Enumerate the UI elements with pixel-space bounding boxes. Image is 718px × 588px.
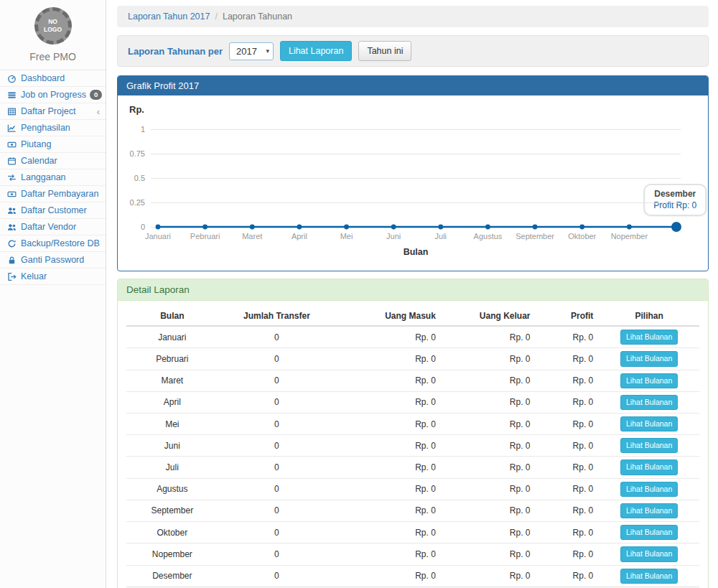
sidebar-item-langganan[interactable]: Langganan [0,169,106,186]
report-header-row: BulanJumlah TransferUang MasukUang Kelua… [126,307,699,326]
data-point-hovered[interactable] [671,222,681,232]
sidebar-item-calendar[interactable]: Calendar [0,153,106,169]
sidebar-item-daftar-project[interactable]: Daftar Project‹ [0,103,106,120]
cell: Rp. 0 [335,457,442,478]
sidebar-item-daftar-vendor[interactable]: Daftar Vendor [0,219,106,235]
y-tick-label: 0.5 [118,174,145,182]
cell: Januari [126,326,218,348]
money-icon [6,190,17,199]
sidebar-item-label: Job on Progress [21,90,86,100]
cell: Rp. 0 [536,522,600,543]
detail-panel-title: Detail Laporan [118,279,708,301]
chevron-left-icon: ‹ [97,107,101,116]
data-point[interactable] [485,225,490,230]
cell: Rp. 0 [442,522,536,543]
sidebar-item-label: Keluar [21,271,101,281]
cell: Agustus [126,478,218,500]
cell: 0 [218,543,336,565]
profit-line-series[interactable] [151,129,681,227]
column-header: Jumlah Transfer [218,307,336,326]
breadcrumb-separator: / [215,11,217,22]
sidebar-item-backup-restore-db[interactable]: Backup/Restore DB [0,235,106,252]
table-row: Agustus0Rp. 0Rp. 0Rp. 0Lihat Bulanan [126,478,699,500]
lihat-bulanan-button[interactable]: Lihat Bulanan [620,416,678,431]
cell-action: Lihat Bulanan [599,457,699,478]
data-point[interactable] [533,225,538,230]
data-point[interactable] [391,225,396,230]
sidebar-item-label: Ganti Password [21,255,101,265]
lihat-bulanan-button[interactable]: Lihat Bulanan [620,438,678,453]
table-row: Juli0Rp. 0Rp. 0Rp. 0Lihat Bulanan [126,457,699,478]
profit-chart-plot[interactable]: Bulan Desember Profit Rp: 0 00.250.50.75… [151,129,681,227]
sidebar-item-piutang[interactable]: Piutang [0,136,106,153]
cell: Rp. 0 [442,326,536,348]
cell: Rp. 0 [442,435,536,457]
lihat-bulanan-button[interactable]: Lihat Bulanan [620,525,678,540]
cell: Mei [126,414,218,435]
lihat-bulanan-button[interactable]: Lihat Bulanan [620,395,678,410]
y-tick-label: 0 [118,223,145,231]
filter-label: Laporan Tahunan per [128,46,223,57]
cell: 0 [218,414,336,435]
cell: Oktober [126,522,218,543]
sidebar-item-daftar-pembayaran[interactable]: Daftar Pembayaran [0,186,106,202]
lihat-bulanan-button[interactable]: Lihat Bulanan [620,546,678,561]
table-row: Nopember0Rp. 0Rp. 0Rp. 0Lihat Bulanan [126,543,699,565]
breadcrumb: Laporan Tahun 2017/Laporan Tahunan [117,6,709,27]
cell: Rp. 0 [335,391,442,413]
app-root: NO LOGO Free PMO DashboardJob on Progres… [0,0,718,588]
sidebar-item-job-on-progress[interactable]: Job on Progress0 [0,87,106,103]
data-point[interactable] [297,225,302,230]
cell: Pebruari [126,348,218,370]
cell: Rp. 0 [536,435,600,457]
x-tick-label: Pebruari [190,232,220,241]
cell: Rp. 0 [442,457,536,478]
lihat-bulanan-button[interactable]: Lihat Bulanan [620,503,678,518]
users-icon [6,223,17,232]
data-point[interactable] [250,225,255,230]
sidebar-menu: DashboardJob on Progress0Daftar Project‹… [0,70,106,285]
data-point[interactable] [438,225,443,230]
lihat-bulanan-button[interactable]: Lihat Bulanan [620,351,678,366]
sidebar-item-daftar-customer[interactable]: Daftar Customer [0,202,106,219]
sidebar-item-keluar[interactable]: Keluar [0,269,106,285]
data-point[interactable] [202,225,208,230]
year-select[interactable]: 2017 [229,42,274,60]
cell: Rp. 0 [536,370,600,391]
cell: 0 [218,478,336,500]
data-point[interactable] [627,225,632,230]
x-tick-label: Maret [242,232,262,241]
cell: Rp. 0 [335,370,442,391]
sidebar-item-label: Dashboard [21,73,101,83]
breadcrumb-link-laporan-tahun[interactable]: Laporan Tahun 2017 [128,11,210,22]
cell: Rp. 0 [536,348,600,370]
sidebar-item-ganti-password[interactable]: Ganti Password [0,252,106,269]
cell-action: Lihat Bulanan [599,543,699,565]
lihat-bulanan-button[interactable]: Lihat Bulanan [620,482,678,497]
report-body: Januari0Rp. 0Rp. 0Rp. 0Lihat BulananPebr… [126,326,699,588]
cell-action: Lihat Bulanan [599,500,699,521]
lihat-bulanan-button[interactable]: Lihat Bulanan [620,373,678,388]
dashboard-icon [6,74,17,83]
lihat-laporan-button[interactable]: Lihat Laporan [280,41,352,61]
sidebar-item-label: Langganan [21,172,101,182]
chart-panel-title: Grafik Profit 2017 [118,76,708,95]
lihat-bulanan-button[interactable]: Lihat Bulanan [620,330,678,345]
tahun-ini-button[interactable]: Tahun ini [358,41,411,61]
lihat-bulanan-button[interactable]: Lihat Bulanan [620,459,678,475]
data-point[interactable] [156,225,161,230]
data-point[interactable] [579,225,584,230]
cell: Rp. 0 [442,543,536,565]
column-header: Bulan [126,307,218,326]
table-row: April0Rp. 0Rp. 0Rp. 0Lihat Bulanan [126,391,699,413]
cell: Rp. 0 [335,414,442,435]
cell: Rp. 0 [335,435,442,457]
column-header: Profit [536,307,600,326]
cell: Rp. 0 [536,543,600,565]
cell-action: Lihat Bulanan [599,478,699,500]
x-tick-label: Nopember [611,232,648,241]
sidebar-item-dashboard[interactable]: Dashboard [0,70,106,87]
sidebar-item-penghasilan[interactable]: Penghasilan [0,120,106,136]
data-point[interactable] [344,225,349,230]
lihat-bulanan-button[interactable]: Lihat Bulanan [620,569,678,584]
